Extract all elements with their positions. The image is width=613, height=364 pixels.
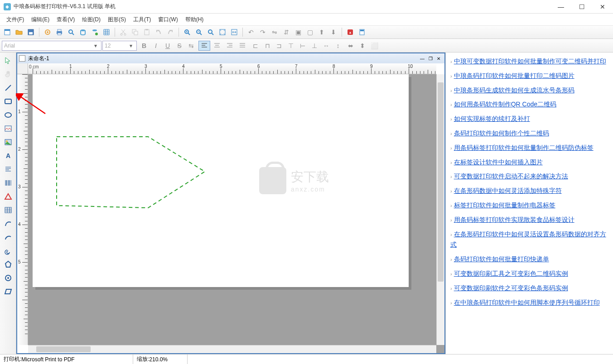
rectangle-tool[interactable]: [2, 95, 14, 108]
help-link[interactable]: 中琅可变数据打印软件如何批量制作可变二维码并打印: [454, 57, 606, 65]
help-link[interactable]: 可变数据印刷软件之可变彩色条形码实例: [454, 284, 568, 292]
calculator-button[interactable]: [357, 27, 367, 38]
open-button[interactable]: [14, 27, 24, 38]
align-justify-button[interactable]: [237, 41, 248, 51]
help-link[interactable]: 在标签设计软件中如何插入图片: [454, 158, 543, 166]
menu-shape[interactable]: 图形(S): [104, 14, 130, 25]
doc-close-button[interactable]: ✕: [434, 55, 443, 62]
rotate-right-button[interactable]: ↷: [257, 27, 268, 38]
bold-button[interactable]: B: [139, 40, 150, 51]
paste-button[interactable]: [141, 27, 152, 38]
ungroup-button[interactable]: ▢: [304, 27, 315, 38]
help-link[interactable]: 在中琅条码打印软件中如何用脚本使序列号循环打印: [454, 299, 600, 306]
help-link[interactable]: 中琅条码打印软件如何批量打印二维码图片: [454, 72, 574, 79]
maximize-button[interactable]: ☐: [571, 0, 592, 14]
database-add-button[interactable]: [89, 27, 100, 38]
align-obj-top-button[interactable]: ⊤: [285, 40, 296, 51]
image-tool[interactable]: [2, 122, 14, 135]
group-button[interactable]: ▣: [293, 27, 304, 38]
horizontal-scrollbar[interactable]: [28, 345, 436, 353]
zoom-select-button[interactable]: [205, 27, 216, 38]
send-back-button[interactable]: ⬇: [328, 27, 339, 38]
flip-v-button[interactable]: ⇵: [281, 27, 292, 38]
menu-file[interactable]: 文件(F): [3, 14, 28, 25]
align-obj-middle-button[interactable]: ⊢: [297, 40, 308, 51]
menu-help[interactable]: 帮助(H): [182, 14, 208, 25]
dist-h-button[interactable]: ↔: [321, 40, 332, 51]
star-tool[interactable]: [2, 272, 14, 284]
font-family-select[interactable]: Arial ▾: [2, 41, 101, 51]
menu-edit[interactable]: 编辑(E): [28, 14, 53, 25]
spiral-tool[interactable]: [2, 244, 14, 257]
help-link[interactable]: 如何实现标签的续打及补打: [454, 115, 530, 122]
page[interactable]: 安下载 anxz.com: [33, 74, 409, 287]
dist-v-button[interactable]: ↕: [333, 40, 343, 51]
same-width-button[interactable]: ⬌: [345, 40, 356, 51]
help-link[interactable]: 可变数据打印软件启动不起来的解决方法: [454, 172, 568, 180]
fit-page-button[interactable]: [217, 27, 228, 38]
database-button[interactable]: [77, 27, 88, 38]
line-tool[interactable]: [2, 81, 14, 94]
print-button[interactable]: [54, 27, 65, 38]
save-button[interactable]: [25, 27, 36, 38]
menu-tools[interactable]: 工具(T): [130, 14, 154, 25]
picture-tool[interactable]: [2, 136, 14, 148]
zoom-in-button[interactable]: [182, 27, 193, 38]
barcode-tool[interactable]: [2, 177, 14, 189]
redo-button[interactable]: [165, 27, 176, 38]
bring-front-button[interactable]: ⬆: [316, 27, 327, 38]
triangle-tool[interactable]: [2, 190, 14, 203]
help-link[interactable]: 可变数据印刷工具之可变彩色二维码实例: [454, 270, 568, 277]
new-button[interactable]: [2, 27, 13, 38]
rotate-left-button[interactable]: ↶: [246, 27, 256, 38]
polygon-tool[interactable]: [2, 258, 14, 271]
undo-button[interactable]: [153, 27, 164, 38]
doc-restore-button[interactable]: ❐: [426, 55, 434, 62]
help-link[interactable]: 条码打印软件如何制作个性二维码: [454, 129, 549, 137]
align-obj-center-button[interactable]: ⊓: [262, 40, 273, 51]
menu-window[interactable]: 窗口(W): [154, 14, 181, 25]
align-obj-right-button[interactable]: ⊐: [274, 40, 285, 51]
same-size-button[interactable]: ⬜: [369, 40, 380, 51]
flip-h-button[interactable]: ⇋: [269, 27, 280, 38]
bezier-tool[interactable]: [2, 217, 14, 230]
fit-width-button[interactable]: [229, 27, 240, 38]
align-obj-bottom-button[interactable]: ⊥: [309, 40, 320, 51]
text-tool[interactable]: A: [2, 149, 14, 162]
table-tool[interactable]: [2, 204, 14, 216]
help-link[interactable]: 用条码标签打印软件如何批量制作二维码防伪标签: [454, 144, 594, 151]
align-obj-left-button[interactable]: ⊏: [250, 40, 261, 51]
tracking-button[interactable]: ⇆: [186, 40, 197, 51]
vertical-scrollbar[interactable]: [436, 74, 444, 345]
align-right-button[interactable]: [224, 41, 236, 51]
arc-tool[interactable]: [2, 231, 14, 244]
canvas[interactable]: 0 cm 12345678910 12345 安下载: [17, 63, 444, 353]
italic-button[interactable]: I: [150, 40, 161, 51]
parallelogram-tool[interactable]: [2, 285, 14, 298]
pointer-tool[interactable]: [2, 54, 14, 67]
hand-tool[interactable]: [2, 68, 14, 81]
zoom-out-button[interactable]: [193, 27, 204, 38]
font-size-select[interactable]: 12 ▾: [102, 41, 137, 51]
close-button[interactable]: ✕: [592, 0, 613, 14]
drawn-polygon-shape[interactable]: [55, 135, 209, 219]
menu-draw[interactable]: 绘图(D): [78, 14, 104, 25]
help-link[interactable]: 条码打印软件如何批量打印快递单: [454, 255, 549, 263]
strike-button[interactable]: S: [174, 40, 185, 51]
align-left-button[interactable]: [198, 41, 210, 51]
doc-minimize-button[interactable]: —: [418, 55, 426, 62]
same-height-button[interactable]: ⬍: [357, 40, 368, 51]
cut-button[interactable]: [118, 27, 129, 38]
help-link[interactable]: 标签打印软件如何批量制作电器标签: [454, 201, 555, 209]
help-link[interactable]: 如何用条码软件制作QR Code二维码: [454, 101, 556, 108]
richtext-tool[interactable]: [2, 163, 14, 176]
menu-view[interactable]: 查看(V): [53, 14, 78, 25]
settings-button[interactable]: [42, 27, 53, 38]
grid-button[interactable]: [101, 27, 112, 38]
export-pdf-button[interactable]: ▲: [345, 27, 356, 38]
help-link[interactable]: 在条形码打印软件中如何灵活设置条形码数据的对齐方式: [450, 230, 606, 249]
underline-button[interactable]: U: [162, 40, 173, 51]
help-link[interactable]: 中琅条形码生成软件如何生成流水号条形码: [454, 86, 574, 94]
help-link[interactable]: 用条码标签打印软件实现散装食品标签设计: [454, 216, 574, 223]
help-link[interactable]: 在条形码数据中如何灵活添加特殊字符: [454, 187, 562, 194]
